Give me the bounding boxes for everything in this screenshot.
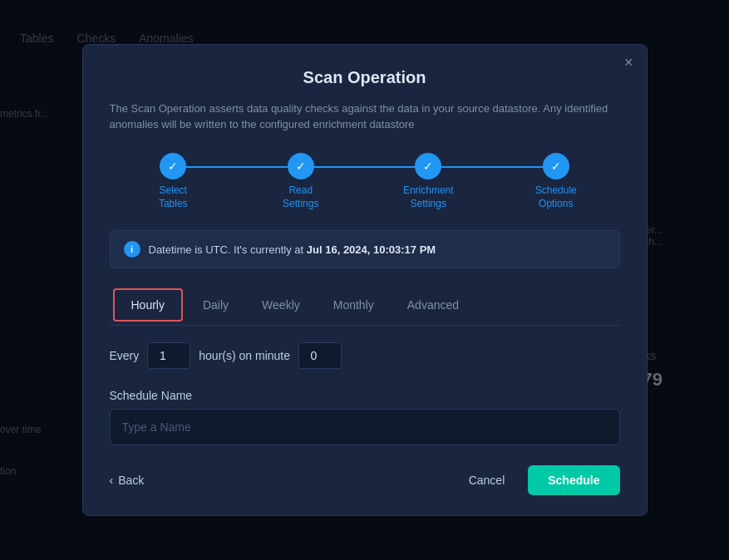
schedule-button[interactable]: Schedule bbox=[528, 465, 619, 495]
step-label-1: SelectTables bbox=[159, 184, 188, 210]
tab-weekly[interactable]: Weekly bbox=[245, 285, 317, 325]
info-text: Datetime is UTC. It's currently at Jul 1… bbox=[149, 243, 436, 256]
modal-title: Scan Operation bbox=[110, 68, 620, 87]
every-label: Every bbox=[110, 349, 140, 362]
modal-description: The Scan Operation asserts data quality … bbox=[110, 101, 620, 133]
modal-footer: ‹ Back Cancel Schedule bbox=[110, 465, 620, 495]
step-circle-1: ✓ bbox=[160, 153, 186, 179]
tab-advanced[interactable]: Advanced bbox=[391, 285, 475, 325]
hour-input[interactable] bbox=[147, 342, 190, 369]
back-label: Back bbox=[118, 474, 144, 487]
minute-input[interactable] bbox=[298, 342, 342, 369]
back-chevron-icon: ‹ bbox=[110, 474, 114, 487]
info-icon: i bbox=[124, 241, 140, 258]
tab-monthly[interactable]: Monthly bbox=[317, 285, 391, 325]
schedule-name-input[interactable] bbox=[110, 409, 620, 445]
schedule-tabs: Hourly Daily Weekly Monthly Advanced bbox=[110, 285, 620, 326]
step-label-4: ScheduleOptions bbox=[535, 184, 577, 210]
on-minute-label: hour(s) on minute bbox=[199, 349, 290, 362]
info-banner: i Datetime is UTC. It's currently at Jul… bbox=[110, 230, 620, 268]
schedule-name-label: Schedule Name bbox=[110, 389, 620, 402]
hourly-options: Every hour(s) on minute bbox=[110, 342, 620, 369]
footer-right: Cancel Schedule bbox=[456, 465, 620, 495]
back-button[interactable]: ‹ Back bbox=[110, 474, 145, 487]
close-button[interactable]: × bbox=[624, 55, 633, 70]
step-label-2: ReadSettings bbox=[283, 184, 318, 210]
step-select-tables: ✓ SelectTables bbox=[110, 153, 238, 210]
tab-daily[interactable]: Daily bbox=[186, 285, 245, 325]
step-enrichment-settings: ✓ EnrichmentSettings bbox=[365, 153, 493, 210]
step-circle-2: ✓ bbox=[288, 153, 314, 179]
cancel-button[interactable]: Cancel bbox=[456, 467, 519, 494]
tab-hourly[interactable]: Hourly bbox=[113, 288, 183, 322]
stepper: ✓ SelectTables ✓ ReadSettings ✓ Enrichme… bbox=[110, 153, 620, 210]
step-schedule-options: ✓ ScheduleOptions bbox=[492, 153, 620, 210]
step-connector-2 bbox=[301, 166, 429, 168]
step-circle-3: ✓ bbox=[415, 153, 441, 179]
step-connector-3 bbox=[428, 166, 556, 168]
step-read-settings: ✓ ReadSettings bbox=[237, 153, 365, 210]
step-label-3: EnrichmentSettings bbox=[403, 184, 454, 210]
modal-overlay: × Scan Operation The Scan Operation asse… bbox=[0, 0, 729, 560]
step-connector-1 bbox=[173, 166, 301, 168]
scan-operation-modal: × Scan Operation The Scan Operation asse… bbox=[82, 44, 648, 516]
datetime-value: Jul 16, 2024, 10:03:17 PM bbox=[307, 243, 436, 256]
step-circle-4: ✓ bbox=[543, 153, 569, 179]
